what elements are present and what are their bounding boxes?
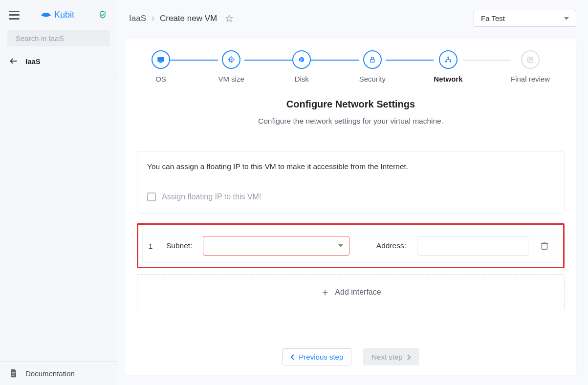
svg-rect-3 [12,372,16,373]
interface-index: 1 [149,242,155,250]
chevron-right-icon [151,16,155,21]
search-box[interactable] [7,30,110,46]
breadcrumb-current: Create new VM [160,14,217,23]
step-label: Network [434,75,462,83]
arrow-left-icon [9,56,19,66]
chevron-right-icon [407,354,411,361]
nav-back-row[interactable]: IaaS [0,50,117,72]
interface-row: 1 Subnet: Address: [142,229,559,263]
floating-ip-box: You can assign a floating IP to this VM … [137,151,565,214]
chevron-down-icon [338,244,343,247]
document-icon [9,368,19,378]
svg-rect-5 [12,375,14,375]
subnet-label: Subnet: [166,241,192,250]
checkbox-icon [147,192,156,201]
step-final: Final review [511,50,550,83]
chevron-down-icon [564,17,569,20]
step-label: OS [155,75,166,83]
floating-ip-info: You can assign a floating IP to this VM … [147,162,554,171]
step-network[interactable]: Network [434,50,462,83]
svg-rect-31 [542,243,547,249]
nav-back-label: IaaS [25,57,41,65]
brand-name: Kubit [54,10,74,20]
documentation-label: Documentation [25,369,75,378]
star-icon[interactable] [225,14,234,23]
step-security[interactable]: Security [359,50,386,83]
plus-icon: ＋ [320,287,330,297]
project-select[interactable]: Fa Test [474,10,576,27]
svg-point-20 [447,57,449,59]
interface-row-highlight: 1 Subnet: Address: [137,223,565,268]
brand-logo-icon [41,10,51,20]
page-subtitle: Configure the network settings for your … [137,117,565,126]
search-input[interactable] [16,34,109,43]
next-step-label: Next step [371,353,402,361]
sidebar: Kubit IaaS Documentation [0,0,117,385]
svg-marker-6 [226,15,233,21]
svg-point-15 [299,57,305,63]
step-label: Disk [295,75,309,83]
step-label: VM size [218,75,244,83]
assign-floating-ip-checkbox[interactable]: Assign floating IP to this VM! [147,192,554,201]
stepper: OS VM size Disk Security Network [137,50,565,83]
step-vmsize[interactable]: VM size [218,50,244,83]
trash-icon[interactable] [539,240,550,251]
subnet-select[interactable] [203,236,349,256]
page-title: Configure Network Settings [137,99,565,110]
search-wrap [7,30,110,46]
add-interface-button[interactable]: ＋ Add interface [137,274,565,310]
partner-badge-icon [98,10,108,20]
chevron-left-icon [290,354,295,361]
svg-rect-4 [12,374,16,374]
step-disk[interactable]: Disk [292,50,311,83]
wizard-nav: Previous step Next step [137,334,565,365]
project-select-value: Fa Test [481,14,505,22]
wizard-card: OS VM size Disk Security Network [125,39,576,375]
step-label: Final review [511,75,550,83]
brand[interactable]: Kubit [26,10,88,20]
step-label: Security [359,75,386,83]
svg-point-10 [231,59,232,61]
add-interface-label: Add interface [335,288,381,297]
next-step-button: Next step [363,348,419,365]
svg-point-22 [450,61,452,63]
assign-floating-ip-label: Assign floating IP to this VM! [162,192,261,201]
breadcrumb-root[interactable]: IaaS [129,14,146,23]
previous-step-button[interactable]: Previous step [282,348,351,365]
step-os[interactable]: OS [152,50,170,83]
address-input[interactable] [417,236,528,256]
address-label: Address: [376,241,406,250]
main: IaaS Create new VM Fa Test OS VM size [117,0,588,385]
svg-rect-7 [158,58,164,62]
sidebar-documentation[interactable]: Documentation [0,361,117,385]
previous-step-label: Previous step [299,353,343,361]
svg-point-21 [445,61,447,63]
hamburger-menu-icon[interactable] [9,11,20,20]
breadcrumb: IaaS Create new VM [129,14,234,23]
topbar: IaaS Create new VM Fa Test [117,0,588,33]
sidebar-header: Kubit [0,0,117,30]
svg-rect-19 [370,59,374,62]
